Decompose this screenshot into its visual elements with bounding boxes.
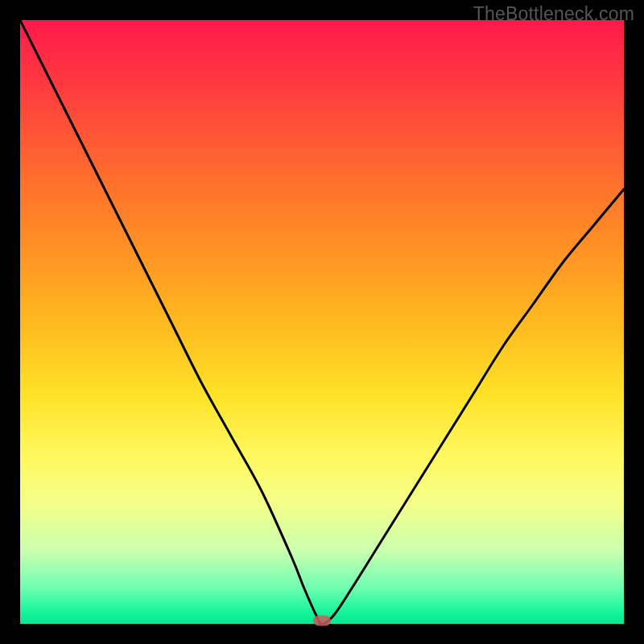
chart-frame: TheBottleneck.com xyxy=(0,0,644,644)
bottleneck-curve xyxy=(20,20,624,624)
minimum-marker xyxy=(313,616,331,626)
plot-area xyxy=(20,20,624,624)
curve-path xyxy=(20,20,624,624)
